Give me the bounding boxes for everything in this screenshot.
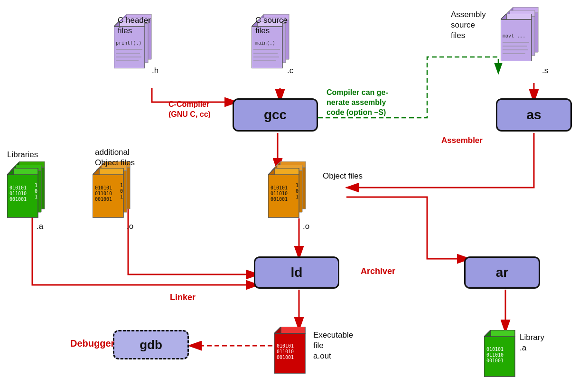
- svg-text:1: 1: [35, 194, 37, 199]
- executable-file-label: Executablefilea.out: [313, 330, 353, 361]
- c-source-files-label: C sourcefiles: [255, 15, 312, 36]
- svg-marker-46: [501, 14, 506, 19]
- svg-text:0: 0: [296, 189, 299, 194]
- object-files-label: Object files: [323, 171, 363, 181]
- s-extension-label: .s: [542, 66, 548, 76]
- library-a-icon: 010101 011010 001001: [484, 330, 523, 379]
- c-extension-label: .c: [287, 66, 293, 76]
- svg-marker-60: [268, 168, 275, 175]
- svg-text:011010: 011010: [95, 191, 112, 196]
- c-header-files-label: C headerfiles: [118, 15, 175, 36]
- svg-text:010101: 010101: [277, 343, 294, 349]
- assembly-source-files-label: Assemblysourcefiles: [451, 9, 498, 41]
- svg-text:1: 1: [35, 183, 37, 188]
- svg-text:010101: 010101: [9, 185, 27, 190]
- gcc-tool-box: gcc: [233, 98, 318, 132]
- svg-text:011010: 011010: [277, 349, 294, 354]
- svg-text:001001: 001001: [277, 355, 294, 360]
- svg-text:001001: 001001: [486, 358, 504, 363]
- svg-text:movl ...: movl ...: [503, 33, 525, 38]
- svg-text:1: 1: [296, 194, 299, 199]
- svg-text:001001: 001001: [271, 197, 288, 202]
- gdb-tool-box: gdb: [113, 330, 189, 359]
- additional-object-files-label: additionalObject files: [95, 147, 135, 168]
- compiler-note-label: Compiler can ge-nerate assemblycode (opt…: [327, 88, 421, 117]
- h-extension-label: .h: [152, 66, 159, 76]
- svg-text:010101: 010101: [486, 347, 504, 352]
- svg-marker-73: [93, 175, 123, 217]
- svg-text:011010: 011010: [9, 191, 27, 196]
- svg-text:0: 0: [35, 189, 37, 194]
- linker-annotation-label: Linker: [170, 292, 196, 303]
- svg-text:main(.): main(.): [255, 40, 275, 46]
- svg-marker-90: [7, 168, 14, 175]
- svg-text:010101: 010101: [271, 185, 288, 190]
- ld-tool-box: ld: [254, 256, 339, 289]
- gcc-label: gcc: [264, 107, 287, 123]
- executable-file-icon: 010101 011010 001001: [274, 327, 313, 376]
- o-extension-additional-label: .o: [127, 221, 133, 232]
- as-tool-box: as: [496, 98, 572, 132]
- ar-label: ar: [496, 265, 508, 280]
- svg-text:0: 0: [120, 189, 123, 194]
- svg-text:001001: 001001: [9, 197, 27, 202]
- ld-label: ld: [291, 265, 303, 280]
- svg-text:1: 1: [296, 183, 299, 188]
- svg-marker-88: [7, 175, 38, 217]
- gdb-label: gdb: [140, 338, 162, 352]
- archiver-annotation-label: Archiver: [361, 266, 395, 277]
- library-a-label: Library.a: [520, 332, 544, 353]
- gcc-annotation-label: C-Compiler(GNU C, cc): [168, 100, 237, 120]
- assembler-annotation-label: Assembler: [441, 135, 483, 146]
- svg-text:011010: 011010: [271, 191, 288, 196]
- as-label: as: [526, 107, 541, 123]
- svg-text:printf(.): printf(.): [116, 40, 141, 46]
- svg-marker-99: [274, 327, 281, 333]
- debugger-annotation-label: Debugger: [70, 337, 114, 349]
- svg-text:010101: 010101: [95, 185, 112, 190]
- svg-marker-75: [93, 168, 99, 175]
- o-extension-output-label: .o: [303, 221, 309, 232]
- ar-tool-box: ar: [464, 256, 540, 289]
- libraries-label: Libraries: [7, 150, 38, 160]
- svg-text:1: 1: [120, 194, 123, 199]
- svg-marker-58: [268, 175, 299, 217]
- svg-marker-105: [484, 330, 491, 337]
- a-extension-lib-label: .a: [37, 221, 43, 232]
- svg-marker-44: [501, 19, 532, 61]
- svg-text:1: 1: [120, 183, 123, 188]
- svg-text:001001: 001001: [95, 197, 112, 202]
- svg-text:011010: 011010: [486, 352, 504, 358]
